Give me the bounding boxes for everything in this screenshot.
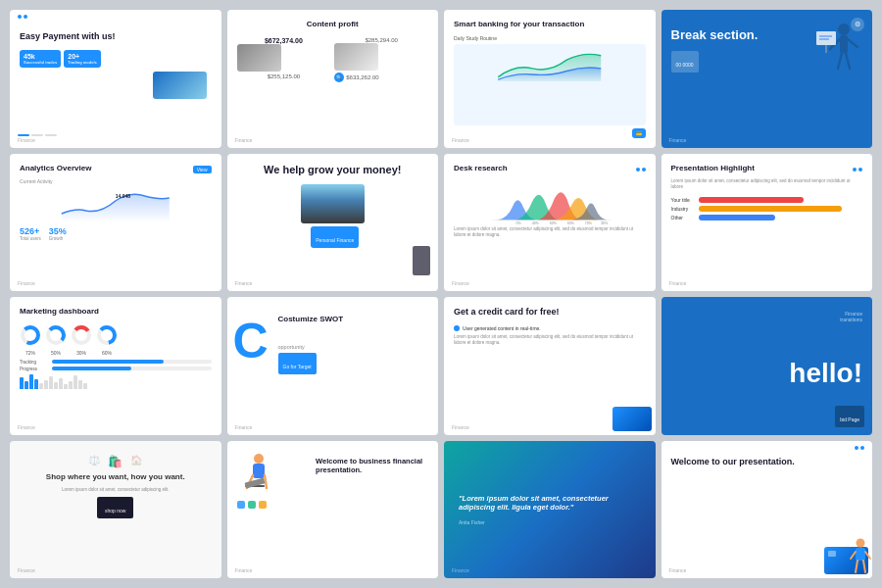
donut-3	[71, 324, 92, 346]
donut-2	[45, 324, 67, 346]
slide-15[interactable]: "Lorem ipsum dolor sit amet, consectetue…	[444, 441, 656, 579]
slide-10[interactable]: C Costumize SWOT opportunity Go for Targ…	[227, 297, 439, 435]
slide-9-title: Marketing dashboard	[20, 307, 212, 317]
slide-dots-1	[18, 15, 27, 19]
slide-5[interactable]: Analytics Overview View Current Activity…	[10, 154, 221, 292]
svg-text:0%: 0%	[516, 221, 522, 224]
svg-point-30	[857, 539, 865, 548]
slide-7-dots	[636, 168, 646, 172]
slide-1[interactable]: Easy Payment with us! 45k Successful tra…	[10, 10, 221, 148]
svg-line-4	[838, 53, 842, 69]
slide-grid: Easy Payment with us! 45k Successful tra…	[0, 0, 882, 588]
svg-point-0	[838, 24, 850, 35]
slide-9[interactable]: Marketing dashboard 72% 50%	[10, 297, 221, 435]
stat-box-1: 45k Successful trades	[20, 50, 61, 68]
slide-7-title: Desk research	[454, 164, 508, 173]
svg-text:60%: 60%	[567, 221, 575, 224]
slide-7-footer: Finance	[452, 280, 469, 286]
svg-rect-1	[840, 35, 848, 53]
highlight-bars: Your title Industry Other	[671, 197, 863, 223]
slide-11-title: Get a credit card for free!	[454, 307, 646, 318]
slide-10-title: Costumize SWOT	[278, 315, 429, 324]
svg-line-34	[856, 561, 858, 572]
slide-2[interactable]: Content profit $672,374.00 $255,125.00 $…	[227, 10, 439, 148]
slide-3-title: Smart banking for your transaction	[454, 20, 646, 29]
swot-letter: C	[233, 317, 269, 366]
slide-16-footer: Finance	[669, 567, 687, 573]
slide-3[interactable]: Smart banking for your transaction Daily…	[444, 10, 656, 148]
slide-13[interactable]: ⚖️ 🛍️ 🏠 Shop where you want, how you wan…	[10, 441, 221, 579]
svg-text:70%: 70%	[585, 221, 593, 224]
slide-12[interactable]: Finance transitions hello! bid Page	[662, 297, 873, 435]
svg-line-35	[863, 561, 865, 572]
stat-boxes-1: 45k Successful trades 20+ Trading models	[20, 50, 212, 68]
svg-line-3	[848, 39, 858, 47]
slide-8-title: Presentation Highlight	[671, 164, 755, 173]
slide-13-footer: Finance	[18, 567, 35, 573]
desk-research-chart: 0% 40% 60% 60% 70% 30%	[454, 180, 646, 224]
slide-6-footer: Finance	[235, 280, 253, 286]
slide-5-footer: Finance	[18, 280, 35, 286]
card-person	[849, 537, 872, 576]
slide-16[interactable]: Welcome to our presentation. Finance	[662, 441, 873, 579]
slide-16-dots	[855, 446, 864, 450]
progress-bars-9: Tracking Progress	[20, 360, 212, 389]
slide-6[interactable]: We help grow your money! Personal Financ…	[227, 154, 439, 292]
slide-1-tags	[18, 134, 57, 136]
donut-4	[96, 324, 118, 346]
slide-2-footer: Finance	[235, 137, 253, 143]
slide-2-title: Content profit	[237, 20, 429, 29]
hello-text: hello!	[789, 358, 862, 389]
svg-rect-6	[816, 31, 836, 45]
slide-15-footer: Finance	[452, 567, 469, 573]
slide-1-title: Easy Payment with us!	[20, 31, 212, 42]
slide-11-footer: Finance	[452, 424, 469, 430]
slide-6-title: We help grow your money!	[237, 164, 429, 176]
svg-line-5	[846, 53, 850, 69]
svg-line-32	[851, 552, 856, 559]
slide-3-footer: Finance	[452, 137, 469, 143]
slide-11[interactable]: Get a credit card for free! User generat…	[444, 297, 656, 435]
slide-9-footer: Finance	[18, 424, 35, 430]
analytics-chart: 14.048	[20, 186, 212, 220]
person-figure	[237, 451, 281, 495]
slide-4-footer: Finance	[669, 137, 687, 143]
svg-text:40%: 40%	[532, 221, 540, 224]
svg-text:60%: 60%	[550, 221, 558, 224]
banking-chart	[457, 47, 643, 81]
slide-8-dots	[853, 168, 862, 172]
svg-rect-31	[856, 548, 865, 561]
slide-1-footer: Finance	[18, 137, 35, 143]
slide-8-footer: Finance	[669, 280, 687, 286]
slide-14-title: Welcome to business financial presentati…	[316, 457, 428, 474]
credit-card-visual	[612, 407, 652, 431]
slide-5-title: Analytics Overview	[20, 164, 91, 173]
shop-icons: ⚖️ 🛍️ 🏠	[20, 455, 212, 468]
svg-point-26	[254, 454, 264, 464]
slide-16-card	[824, 547, 868, 574]
svg-line-33	[865, 552, 870, 559]
donut-1	[20, 324, 41, 346]
slide-13-title: Shop where you want, how you want.	[20, 472, 212, 482]
svg-text:30%: 30%	[601, 221, 609, 224]
slide-14-footer: Finance	[235, 567, 253, 573]
slide-4[interactable]: Break section. 00 0000 ⚙ Finance	[662, 10, 873, 148]
svg-text:14.048: 14.048	[116, 193, 131, 199]
slide-10-footer: Finance	[235, 424, 253, 430]
stat-box-2: 20+ Trading models	[64, 50, 101, 68]
slide-8[interactable]: Presentation Highlight Lorem ipsum dolor…	[662, 154, 873, 292]
slide-14[interactable]: Welcome to business financial presentati…	[227, 441, 439, 579]
slide-15-title: "Lorem ipsum dolor sit amet, consectetue…	[459, 494, 641, 512]
svg-rect-27	[253, 464, 265, 478]
slide-7[interactable]: Desk research 0% 40% 60	[444, 154, 656, 292]
slide-16-title: Welcome to our presentation.	[671, 457, 863, 467]
donut-row: 72% 50% 30% 60	[20, 324, 212, 356]
